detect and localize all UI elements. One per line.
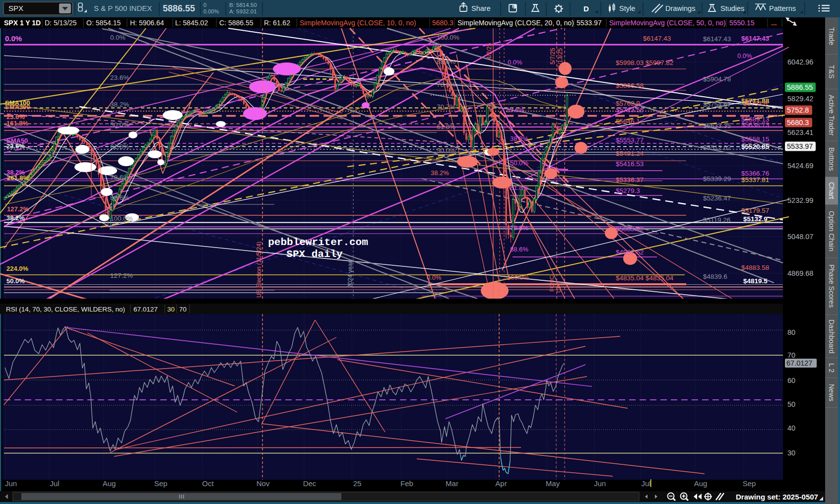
svg-text:100.0%: 100.0% <box>110 215 133 222</box>
svg-text:$5638.73: $5638.73 <box>741 121 769 128</box>
svg-text:5232.99: 5232.99 <box>787 196 813 204</box>
svg-text:78.6%: 78.6% <box>110 174 129 181</box>
svg-text:$5339.29: $5339.29 <box>703 175 731 183</box>
svg-text:May: May <box>546 479 560 488</box>
svg-text:5829.42: 5829.42 <box>787 95 813 103</box>
svg-text:0.0%: 0.0% <box>110 34 126 41</box>
svg-text:$5236.47: $5236.47 <box>703 194 731 202</box>
svg-text:$5997.82: $5997.82 <box>646 59 673 66</box>
svg-text:224.0%: 224.0% <box>6 265 29 272</box>
svg-text:5680.3: 5680.3 <box>432 19 453 27</box>
svg-text:$5633.35: $5633.35 <box>703 122 731 129</box>
svg-text:$5337.81: $5337.81 <box>741 176 769 184</box>
svg-text:100.0%: 100.0% <box>507 274 529 281</box>
svg-text:$4883.58: $4883.58 <box>741 264 769 271</box>
svg-text:40: 40 <box>787 424 795 432</box>
svg-text:RSI (14, 70, 30, CLOSE, WILDER: RSI (14, 70, 30, CLOSE, WILDERS, no) <box>6 306 125 313</box>
svg-text:B: 5814.50: B: 5814.50 <box>229 2 257 8</box>
svg-text:$5179.57: $5179.57 <box>741 207 769 214</box>
svg-text:0: 0 <box>203 2 206 8</box>
svg-text:$5904.78: $5904.78 <box>703 75 731 83</box>
svg-text:38.2%: 38.2% <box>6 214 25 222</box>
svg-text:38.2%: 38.2% <box>431 169 449 177</box>
svg-text:78.6%: 78.6% <box>510 224 528 232</box>
svg-text:61.8%: 61.8% <box>510 184 528 191</box>
svg-text:$5083.92: $5083.92 <box>616 225 644 233</box>
svg-text:$6147.43: $6147.43 <box>643 35 671 42</box>
svg-text:Jul: Jul <box>50 479 59 488</box>
svg-text:$6147.43: $6147.43 <box>741 35 770 42</box>
svg-text:Patterns: Patterns <box>769 4 796 12</box>
svg-text:100.0%: 100.0% <box>437 34 459 41</box>
svg-text:4869.68: 4869.68 <box>787 269 813 277</box>
svg-text:$4835.04: $4835.04 <box>646 274 674 282</box>
svg-text:30: 30 <box>167 306 175 313</box>
svg-text:50.0%: 50.0% <box>110 121 129 128</box>
svg-text:88.6%: 88.6% <box>510 246 528 253</box>
svg-text:5752.8: 5752.8 <box>787 106 809 114</box>
svg-text:Mar: Mar <box>446 479 458 488</box>
svg-text:A: 5932.01: A: 5932.01 <box>229 8 257 14</box>
svg-text:5680.3: 5680.3 <box>787 119 809 126</box>
svg-text:Jun: Jun <box>5 479 17 488</box>
svg-text:78.6%: 78.6% <box>437 81 455 88</box>
svg-text:R: 61.62: R: 61.62 <box>264 19 290 27</box>
svg-text:50.0%: 50.0% <box>437 147 455 154</box>
svg-text:161.8%: 161.8% <box>6 120 29 127</box>
svg-text:$5553.77: $5553.77 <box>616 136 644 144</box>
svg-text:38.2%: 38.2% <box>510 135 528 142</box>
svg-text:$5520.85: $5520.85 <box>741 143 770 150</box>
svg-text:4/2/25: 4/2/25 <box>486 43 493 60</box>
svg-text:Aug: Aug <box>694 479 708 488</box>
svg-text:5533.97: 5533.97 <box>787 142 813 150</box>
svg-text:i: i <box>513 4 515 9</box>
svg-text:$6147.43: $6147.43 <box>703 35 731 43</box>
svg-text:38.2%: 38.2% <box>110 101 129 108</box>
svg-text:70.7%: 70.7% <box>437 103 455 111</box>
svg-text:2024 year: 2024 year <box>347 261 354 288</box>
svg-text:0.0%: 0.0% <box>427 274 442 281</box>
svg-text:0.00%: 0.00% <box>203 8 219 14</box>
svg-text:$4835.04: $4835.04 <box>616 274 644 282</box>
svg-text:S & P 500 INDEX: S & P 500 INDEX <box>94 4 152 12</box>
svg-text:C: 5886.55: C: 5886.55 <box>219 19 254 27</box>
svg-text:$4967.62: $4967.62 <box>616 249 644 256</box>
svg-text:0.0%: 0.0% <box>5 34 22 43</box>
svg-text:$5754.67: $5754.67 <box>703 101 731 108</box>
svg-text:Share: Share <box>471 4 491 12</box>
svg-text:5424.69: 5424.69 <box>787 162 813 170</box>
svg-text:5623.41: 5623.41 <box>787 128 813 136</box>
svg-text:$5512.02: $5512.02 <box>703 144 731 151</box>
svg-text:$5866.58: $5866.58 <box>616 82 644 89</box>
svg-text:$5752.8: $5752.8 <box>743 100 768 107</box>
svg-text:23.6%: 23.6% <box>506 106 524 114</box>
svg-text:80: 80 <box>787 328 795 336</box>
svg-text:US Election (11/5/24): US Election (11/5/24) <box>256 242 262 298</box>
svg-text:23.6%: 23.6% <box>6 142 25 150</box>
svg-text:0.0%: 0.0% <box>508 59 522 66</box>
svg-text:...: ... <box>771 19 777 27</box>
svg-text:SMA200: SMA200 <box>5 103 30 111</box>
svg-text:$5558.15: $5558.15 <box>741 135 769 143</box>
svg-text:127.2%: 127.2% <box>110 272 133 279</box>
svg-text:$5119.26: $5119.26 <box>703 216 730 224</box>
svg-text:61.8%: 61.8% <box>437 123 455 130</box>
svg-text:SPX 1 Y 1D: SPX 1 Y 1D <box>4 19 41 27</box>
svg-text:5/7/25: 5/7/25 <box>549 48 556 64</box>
svg-text:SPX daily: SPX daily <box>286 249 343 260</box>
svg-text:Jul: Jul <box>641 479 650 488</box>
svg-text:Nov: Nov <box>257 479 270 488</box>
svg-text:$5646.1: $5646.1 <box>616 118 640 125</box>
svg-text:SimpleMovingAvg (CLOSE, 10, 0,: SimpleMovingAvg (CLOSE, 10, 0, no) <box>300 19 416 27</box>
svg-text:5886.55: 5886.55 <box>787 83 813 91</box>
svg-text:L: 5845.02: L: 5845.02 <box>175 19 208 27</box>
svg-text:Drawings: Drawings <box>665 4 695 12</box>
svg-text:5/13/25: 5/13/25 <box>557 48 564 68</box>
svg-text:CPI: CPI <box>556 284 562 293</box>
svg-text:SPX: SPX <box>8 4 23 12</box>
svg-text:67.0127: 67.0127 <box>133 306 158 313</box>
svg-text:FOMC: FOMC <box>549 276 555 292</box>
svg-text:Drawing set: 2025-0507: Drawing set: 2025-0507 <box>736 493 818 501</box>
svg-text:127.2%: 127.2% <box>7 205 29 213</box>
svg-text:$5416.53: $5416.53 <box>616 160 644 168</box>
